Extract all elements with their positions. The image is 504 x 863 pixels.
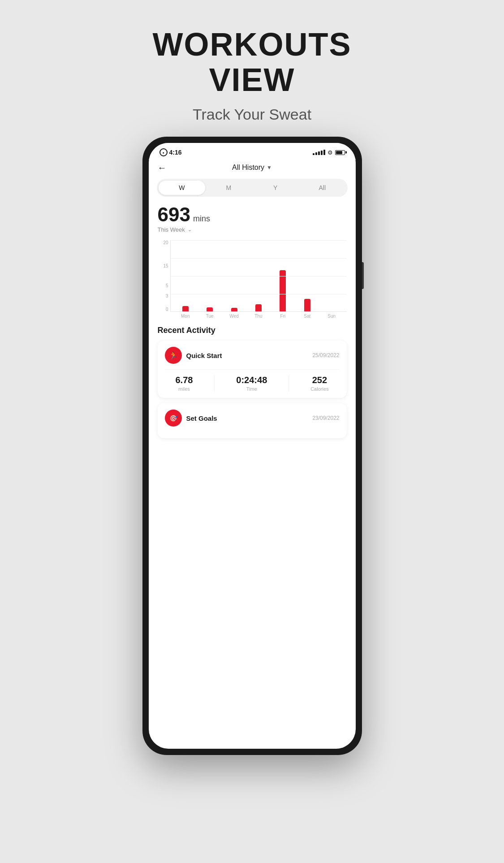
x-label-sat: Sat xyxy=(295,314,319,319)
tab-all[interactable]: All xyxy=(299,181,346,195)
stats-value: 693mins xyxy=(158,205,347,224)
y-label-0: 0 xyxy=(166,307,168,312)
x-axis-labels: Mon Tue Wed Thu Fri Sat Sun xyxy=(171,312,347,319)
phone-screen: ● 4:16 ⚙ ← All History xyxy=(149,143,356,749)
page-title: WORKOUTS VIEW xyxy=(153,27,352,98)
x-label-fri: Fri xyxy=(271,314,295,319)
status-bar: ● 4:16 ⚙ xyxy=(149,143,356,160)
battery-icon xyxy=(335,150,345,155)
recent-section: Recent Activity 🏃 Quick Start 25/09/2022… xyxy=(149,320,356,749)
section-title: Recent Activity xyxy=(158,326,347,335)
y-label-5: 5 xyxy=(166,283,168,288)
side-button xyxy=(362,262,364,289)
stat-label-calories: Calories xyxy=(310,386,328,392)
period-dropdown-icon: ⌄ xyxy=(188,227,192,233)
stat-divider xyxy=(214,375,215,392)
bar-fri xyxy=(271,270,295,311)
activity-card-quickstart[interactable]: 🏃 Quick Start 25/09/2022 6.78 miles 0:24… xyxy=(158,341,347,398)
stat-calories: 252 Calories xyxy=(310,375,328,392)
header-title[interactable]: All History ▼ xyxy=(232,164,272,172)
activity-card-header-2: 🎯 Set Goals 23/09/2022 xyxy=(165,410,340,427)
stat-miles: 6.78 miles xyxy=(175,375,193,392)
page-header: WORKOUTS VIEW Track Your Sweat xyxy=(153,27,352,123)
stat-label-time: Time xyxy=(246,386,257,392)
phone-frame: ● 4:16 ⚙ ← All History xyxy=(142,137,362,755)
period-tabs: W M Y All xyxy=(157,179,348,197)
stat-divider-2 xyxy=(289,375,289,392)
stats-section: 693mins This Week ⌄ xyxy=(149,203,356,233)
bar-sat xyxy=(295,299,319,311)
activity-left: 🏃 Quick Start xyxy=(165,347,222,364)
tab-week[interactable]: W xyxy=(159,181,206,195)
activity-date: 25/09/2022 xyxy=(312,352,339,358)
tab-year[interactable]: Y xyxy=(252,181,299,195)
x-label-wed: Wed xyxy=(222,314,246,319)
bar-sun xyxy=(319,311,344,311)
page-subtitle: Track Your Sweat xyxy=(153,106,352,123)
status-icons: ⚙ xyxy=(313,149,345,156)
y-label-15: 15 xyxy=(163,263,168,268)
bar-tue xyxy=(198,307,222,312)
activity-date-2: 23/09/2022 xyxy=(312,415,339,421)
wifi-icon: ⚙ xyxy=(327,149,333,156)
activity-icon-run: 🏃 xyxy=(165,347,182,364)
back-button[interactable]: ← xyxy=(158,163,167,173)
app-header: ← All History ▼ xyxy=(149,160,356,177)
signal-bars-icon xyxy=(313,150,325,155)
stat-label-miles: miles xyxy=(178,386,190,392)
activity-name-2: Set Goals xyxy=(186,414,217,422)
battery-fill xyxy=(336,151,342,154)
status-time: ● 4:16 xyxy=(159,148,182,156)
activity-card-setgoals[interactable]: 🎯 Set Goals 23/09/2022 xyxy=(158,403,347,438)
stat-value-miles: 6.78 xyxy=(175,375,193,385)
bar-mon xyxy=(173,306,198,311)
x-label-mon: Mon xyxy=(173,314,198,319)
x-label-thu: Thu xyxy=(246,314,271,319)
chart-container: 20 15 5 3 0 xyxy=(149,233,356,320)
stat-time: 0:24:48 Time xyxy=(236,375,267,392)
activity-name: Quick Start xyxy=(186,352,222,359)
y-label-3: 3 xyxy=(166,293,168,298)
activity-stats: 6.78 miles 0:24:48 Time 252 Calories xyxy=(165,369,340,392)
bar-thu xyxy=(246,304,271,311)
x-label-sun: Sun xyxy=(319,314,344,319)
bar-wed xyxy=(222,308,246,312)
tab-month[interactable]: M xyxy=(205,181,252,195)
activity-left-2: 🎯 Set Goals xyxy=(165,410,217,427)
chart-bars xyxy=(170,240,347,312)
stat-value-time: 0:24:48 xyxy=(236,375,267,385)
x-label-tue: Tue xyxy=(198,314,222,319)
dropdown-arrow-icon: ▼ xyxy=(267,164,272,171)
status-circle-icon: ● xyxy=(159,148,168,156)
stats-period[interactable]: This Week ⌄ xyxy=(158,226,347,233)
activity-card-header: 🏃 Quick Start 25/09/2022 xyxy=(165,347,340,364)
activity-icon-goals: 🎯 xyxy=(165,410,182,427)
y-label-20: 20 xyxy=(163,240,168,245)
stat-value-calories: 252 xyxy=(312,375,327,385)
